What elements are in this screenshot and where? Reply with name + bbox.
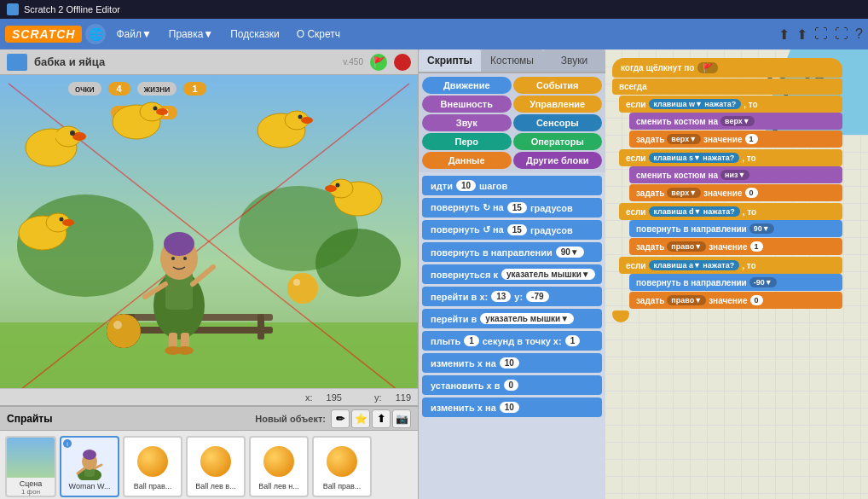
sprite-name-ball4: Ball прав... xyxy=(314,482,370,490)
app-icon xyxy=(7,3,19,15)
stop-button[interactable] xyxy=(394,54,411,71)
block-turn-left[interactable]: повернуть ↺ на 15 градусов xyxy=(422,220,602,240)
block-direction-value: 90▼ xyxy=(556,247,584,258)
block-move[interactable]: идти 10 шагов xyxy=(422,176,602,195)
block-point-neg90[interactable]: повернуть в направлении -90▼ xyxy=(629,274,842,291)
help-icon[interactable]: ? xyxy=(855,26,863,42)
category-motion[interactable]: Движение xyxy=(422,77,512,94)
forever-end-cap xyxy=(612,310,629,322)
block-point-direction[interactable]: повернуть в направлении 90▼ xyxy=(422,242,602,262)
language-button[interactable]: 🌐 xyxy=(85,24,106,44)
stage-canvas[interactable]: очки 4 жизни 1 уровень 3 xyxy=(0,75,418,388)
block-change-costume-up[interactable]: сменить костюм на верх▼ xyxy=(629,113,842,130)
svg-point-21 xyxy=(301,117,313,124)
block-glide-x: 1 xyxy=(565,335,581,346)
block-change-costume-down[interactable]: сменить костюм на низ▼ xyxy=(629,166,842,183)
star-sprite-button[interactable]: ⭐ xyxy=(351,409,370,428)
sprite-item-ball2[interactable]: Ball лев в... xyxy=(186,436,246,497)
sprite-item-woman[interactable]: i Woman W... xyxy=(60,436,119,497)
tab-scripts[interactable]: Скрипты xyxy=(419,49,481,72)
sprite-name-ball1: Ball прав... xyxy=(124,482,181,490)
block-go-to-xy[interactable]: перейти в x: 13 y: -79 xyxy=(422,287,602,306)
hat-block-trigger[interactable]: когда щёлкнут по 🚩 xyxy=(612,58,842,78)
block-go-to[interactable]: перейти в указатель мышки▼ xyxy=(422,309,602,328)
scene-label: Сцена xyxy=(20,479,43,488)
if-d-body: повернуть в направлении 90▼ задать право… xyxy=(629,220,842,255)
block-move-value: 10 xyxy=(456,180,476,191)
if-label-4: если xyxy=(626,261,646,270)
block-set-right-2[interactable]: задать право▼ значение 0 xyxy=(629,292,842,309)
category-looks[interactable]: Внешность xyxy=(422,96,512,113)
sprite-item-ball4[interactable]: Ball прав... xyxy=(312,436,372,497)
if-label-3: если xyxy=(626,207,646,217)
tabs: Скрипты Костюмы Звуки xyxy=(419,49,605,73)
camera-sprite-button[interactable]: 📷 xyxy=(392,409,411,428)
block-turn-right[interactable]: повернуть ↻ на 15 градусов xyxy=(422,198,602,218)
if-s-header[interactable]: если клавиша s▼ нажата? , то xyxy=(619,149,842,166)
category-sensing[interactable]: Сенсоры xyxy=(513,114,603,131)
sprite-name-ball3: Ball лев н... xyxy=(251,482,307,490)
sprite-name-woman: Woman W... xyxy=(61,482,118,490)
key-s-sensing: клавиша s▼ нажата? xyxy=(649,153,740,163)
change-costume-label-2: сменить костюм на xyxy=(636,171,718,180)
block-set-right-1[interactable]: задать право▼ значение 1 xyxy=(629,238,842,255)
tab-costumes[interactable]: Костюмы xyxy=(481,49,543,72)
edit-menu[interactable]: Правка▼ xyxy=(162,25,220,44)
download-icon[interactable]: ⬆ xyxy=(796,26,807,43)
block-point-90[interactable]: повернуть в направлении 90▼ xyxy=(629,220,842,237)
categories: Движение События Внешность Управление Зв… xyxy=(419,73,605,172)
block-towards-value: указатель мышки▼ xyxy=(501,269,595,280)
sprite-item-ball1[interactable]: Ball прав... xyxy=(123,436,182,497)
menubar: SCRATCH 🌐 Файл▼ Правка▼ Подсказки О Скре… xyxy=(0,19,868,49)
file-menu[interactable]: Файл▼ xyxy=(109,25,158,44)
key-w-sensing: клавиша w▼ нажата? xyxy=(649,99,742,109)
svg-point-44 xyxy=(107,314,141,348)
titlebar: Scratch 2 Offline Editor xyxy=(0,0,868,19)
block-change-x2[interactable]: изменить х на 10 xyxy=(422,397,602,417)
block-point-towards[interactable]: повернуться к указатель мышки▼ xyxy=(422,264,602,284)
block-set-up-2[interactable]: задать верх▼ значение 0 xyxy=(629,184,842,201)
if-a-header[interactable]: если клавиша a▼ нажата? , то xyxy=(619,257,842,274)
up-var-1: верх▼ xyxy=(667,134,701,144)
if-w-body: сменить костюм на верх▼ задать верх▼ зна… xyxy=(629,113,842,148)
category-pen[interactable]: Перо xyxy=(422,133,512,150)
right-var-2: право▼ xyxy=(667,295,706,305)
block-glide[interactable]: плыть 1 секунд в точку x: 1 xyxy=(422,331,602,351)
if-a-body: повернуть в направлении -90▼ задать прав… xyxy=(629,274,842,309)
category-events[interactable]: События xyxy=(513,77,603,94)
green-flag-button[interactable]: 🚩 xyxy=(370,54,387,71)
upload-sprite-button[interactable]: ⬆ xyxy=(372,409,391,428)
block-set-up-1[interactable]: задать верх▼ значение 1 xyxy=(629,131,842,148)
block-change-x2-value: 10 xyxy=(500,402,519,413)
fullscreen-icon[interactable]: ⛶ xyxy=(814,26,828,42)
category-sound[interactable]: Звук xyxy=(422,114,512,131)
block-turn-left-value: 15 xyxy=(507,224,527,235)
category-operators[interactable]: Операторы xyxy=(513,133,603,150)
forever-block[interactable]: всегда xyxy=(612,78,842,95)
if-d-header[interactable]: если клавиша d▼ нажата? , то xyxy=(619,203,842,220)
category-control[interactable]: Управление xyxy=(513,96,603,113)
y-value: 119 xyxy=(396,392,411,403)
set-val-1: 1 xyxy=(745,134,758,144)
paint-sprite-button[interactable]: ✏ xyxy=(331,409,350,428)
category-more[interactable]: Другие блоки xyxy=(513,152,603,169)
upload-icon[interactable]: ⬆ xyxy=(778,26,790,43)
about-menu[interactable]: О Скретч xyxy=(290,25,347,44)
if-label-1: если xyxy=(626,100,646,109)
if-w-header[interactable]: если клавиша w▼ нажата? , то xyxy=(619,96,842,113)
category-data[interactable]: Данные xyxy=(422,152,512,169)
expand-icon[interactable]: ⛶ xyxy=(835,26,848,42)
block-set-x[interactable]: установить х в 0 xyxy=(422,375,602,395)
tab-sounds[interactable]: Звуки xyxy=(543,49,605,72)
sprite-item-ball3[interactable]: Ball лев н... xyxy=(249,436,309,497)
up-var-2: верх▼ xyxy=(667,188,701,198)
woman-sprite-svg xyxy=(71,443,108,480)
hints-menu[interactable]: Подсказки xyxy=(223,25,286,44)
scripts-panel[interactable]: Ц И Т когда щёлкнут по 🚩 всегда если кла… xyxy=(605,49,868,499)
if-block-d: если клавиша d▼ нажата? , то повернуть в… xyxy=(619,203,842,255)
block-change-x[interactable]: изменить х на 10 xyxy=(422,353,602,373)
svg-point-18 xyxy=(153,107,158,111)
scene-item[interactable]: Сцена 1 фон xyxy=(5,436,56,497)
sprite-thumbnail-ball4 xyxy=(321,443,362,480)
sprite-thumbnail-woman xyxy=(69,443,110,480)
